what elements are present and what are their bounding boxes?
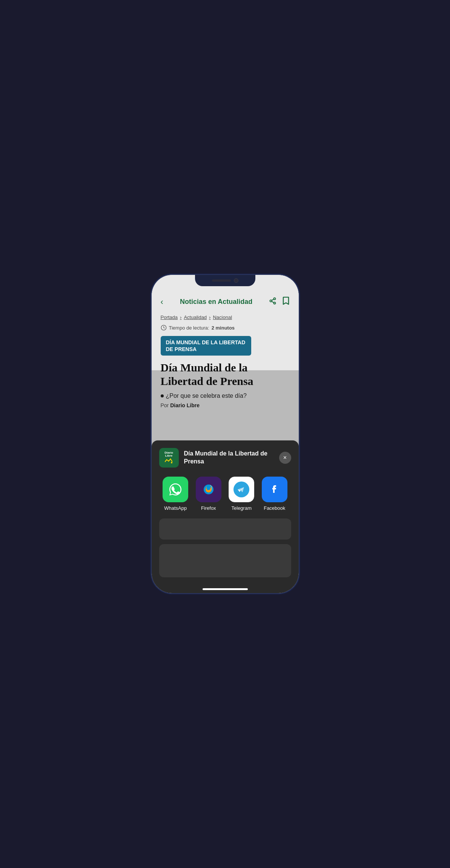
share-app-facebook[interactable]: Facebook xyxy=(262,477,287,511)
nav-title: Noticias en Actualidad xyxy=(180,298,252,306)
share-sheet: Diario Libre Día Mundial de la Libertad … xyxy=(152,440,299,593)
reading-time-label: Tiempo de lectura: xyxy=(169,325,209,331)
reading-time: Tiempo de lectura: 2 minutos xyxy=(161,325,290,331)
action-button-1[interactable] xyxy=(159,518,291,540)
article-author: Por Diario Libre xyxy=(161,402,290,408)
close-share-button[interactable]: × xyxy=(279,452,291,464)
diario-libre-logo: Diario Libre xyxy=(159,448,179,468)
breadcrumb-sep1: › xyxy=(180,314,181,320)
svg-point-7 xyxy=(204,485,213,494)
breadcrumb-nacional[interactable]: Nacional xyxy=(213,314,232,320)
notch xyxy=(195,275,255,286)
action-button-2[interactable] xyxy=(159,544,291,577)
breadcrumb-sep2: › xyxy=(209,314,210,320)
breadcrumb: Portada › Actualidad › Nacional xyxy=(161,314,290,320)
telegram-icon xyxy=(229,477,254,502)
nav-bar: ‹ Noticias en Actualidad xyxy=(161,294,290,307)
facebook-icon xyxy=(262,477,287,502)
bullet-icon xyxy=(161,394,164,397)
breadcrumb-portada[interactable]: Portada xyxy=(161,314,178,320)
share-title: Día Mundial de la Libertad de Prensa xyxy=(184,450,274,466)
firefox-label: Firefox xyxy=(201,505,216,511)
screen: ‹ Noticias en Actualidad xyxy=(152,275,299,593)
svg-line-3 xyxy=(272,301,274,302)
share-app-firefox[interactable]: Firefox xyxy=(196,477,221,511)
back-button[interactable]: ‹ xyxy=(161,297,163,307)
reading-time-value: 2 minutos xyxy=(212,325,235,331)
share-app-whatsapp[interactable]: WhatsApp xyxy=(163,477,188,511)
share-button[interactable] xyxy=(269,297,276,307)
whatsapp-label: WhatsApp xyxy=(164,505,187,511)
home-indicator xyxy=(203,588,248,590)
svg-line-4 xyxy=(272,299,274,300)
telegram-label: Telegram xyxy=(232,505,252,511)
category-badge: DÍA MUNDIAL DE LA LIBERTAD DE PRENSA xyxy=(161,336,251,356)
whatsapp-icon xyxy=(163,477,188,502)
share-header: Diario Libre Día Mundial de la Libertad … xyxy=(159,448,291,468)
share-apps-row: WhatsApp Firefox xyxy=(159,477,291,511)
share-app-telegram[interactable]: Telegram xyxy=(229,477,254,511)
svg-point-6 xyxy=(171,462,172,463)
facebook-label: Facebook xyxy=(264,505,285,511)
nav-icons xyxy=(269,297,289,307)
article-area: ‹ Noticias en Actualidad xyxy=(152,275,299,466)
article-title: Día Mundial de la Libertad de Prensa xyxy=(161,361,290,388)
firefox-icon xyxy=(196,477,221,502)
article-subtitle: ¿Por que se celebra este día? xyxy=(161,393,290,399)
phone-frame: ‹ Noticias en Actualidad xyxy=(152,275,299,593)
notch-speaker xyxy=(212,279,231,282)
notch-camera xyxy=(234,278,238,283)
telegram-inner xyxy=(233,482,249,497)
bookmark-button[interactable] xyxy=(283,297,289,307)
breadcrumb-actualidad[interactable]: Actualidad xyxy=(184,314,207,320)
